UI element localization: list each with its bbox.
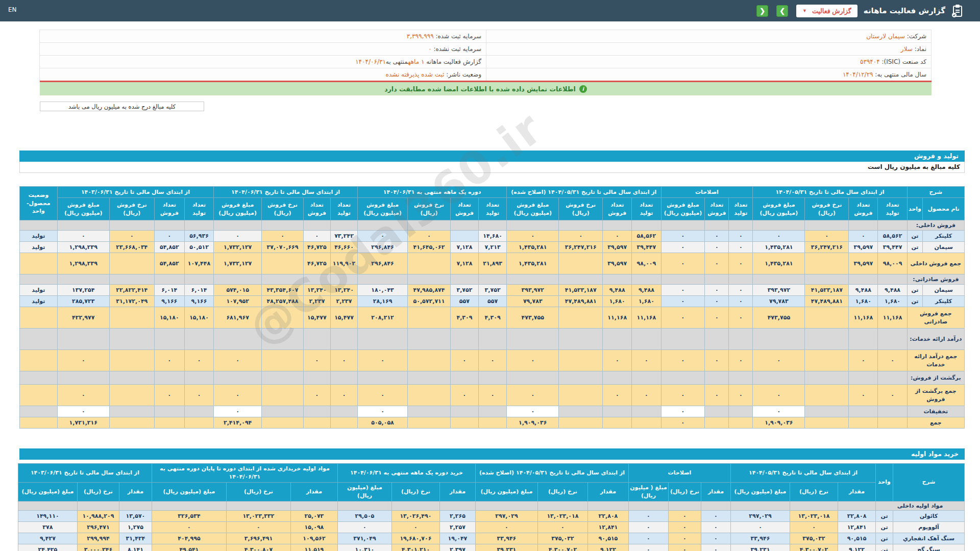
cell: ۳۷,۰۷۰,۶۶۹: [262, 242, 304, 253]
column-header: مبلغ فروش (میلیون ریال): [358, 198, 408, 220]
column-header: مبلغ (میلیون ریال): [337, 482, 391, 501]
cell: ۰: [753, 406, 805, 417]
cell: [20, 417, 58, 429]
cell: [184, 371, 213, 385]
total-label-cell: جمع: [907, 417, 964, 429]
cell: ۰: [661, 242, 705, 253]
language-switch-en[interactable]: EN: [8, 6, 17, 13]
previous-report-button[interactable]: ❮: [756, 5, 768, 17]
cell: ۲۱,۸۹۳: [479, 253, 507, 274]
cell: [57, 220, 109, 231]
info-cell-left: سرمایه ثبت نشده: ۰: [40, 43, 486, 56]
cell: ۰: [849, 385, 878, 406]
cell: [559, 385, 603, 406]
cell: ۱,۷۲۱,۲۱۶: [57, 417, 109, 429]
cell: ۹,۱۲۲: [838, 544, 876, 551]
cell: ۱,۴۳۵,۲۸۱: [507, 242, 559, 253]
cell: [262, 417, 304, 429]
cell: ۰: [753, 231, 805, 242]
table-row: کائولنتن۲۲,۸۰۸۱۳,۰۲۳,۰۱۸۲۹۷,۰۲۹۰۰۰۲۲,۸۰۸…: [18, 511, 964, 522]
cell: [559, 406, 603, 417]
cell: [262, 371, 304, 385]
cell: ۴۱,۵۲۳,۱۸۷: [559, 285, 603, 296]
cell: [408, 371, 451, 385]
info-label: سال مالی منتهی به:: [873, 71, 926, 78]
cell: ۴,۳۰۹: [479, 307, 507, 329]
cell: ۰: [154, 231, 184, 242]
cell: ۴۶,۷۲۵: [303, 242, 330, 253]
cell: ۱۳,۵۷۰: [119, 511, 152, 522]
cell: [20, 274, 58, 285]
info-cell-right: نماد: سلار: [486, 43, 932, 56]
cell: ۰: [214, 350, 262, 371]
cell: [479, 417, 507, 429]
column-header: نرخ (ریال): [391, 482, 439, 501]
cell: ۰: [628, 522, 668, 533]
clipboard-report-icon: [951, 4, 964, 18]
cell: ۰: [849, 350, 878, 371]
unit-cell: تن: [876, 533, 893, 544]
cell: ۷,۱۲۸: [450, 242, 478, 253]
cell: ۰: [303, 350, 330, 371]
cell: ۰: [729, 307, 753, 329]
cell: [408, 253, 451, 274]
status-cell: تولید: [20, 231, 58, 242]
report-type-dropdown[interactable]: گزارش فعالیت ▼: [796, 5, 857, 17]
cell: ۴,۳۰۱,۲۱۰: [391, 544, 439, 551]
cell: ۹۰,۵۱۵: [587, 533, 628, 544]
cell: ۰: [729, 231, 753, 242]
cell: [77, 501, 119, 510]
total-label-cell: جمع فروش صادراتی: [907, 307, 964, 329]
cell: ۴۲۲,۹۷۷: [57, 307, 109, 329]
cell: [878, 274, 907, 285]
cell: [408, 307, 451, 329]
unit-cell: تن: [907, 285, 923, 296]
cell: ۲۹۶,۴۷۱: [77, 522, 119, 533]
cell: ۴۳,۳۵۴,۶۰۷: [262, 285, 304, 296]
cell: ۱,۶۸۰: [849, 296, 878, 307]
cell: ۳۱,۴۲۴: [119, 533, 152, 544]
cell: [632, 274, 661, 285]
cell: ۰: [729, 350, 753, 371]
period-group-header: از ابتدای سال مالی تا تاریخ ۱۴۰۴/۰۶/۳۱: [214, 187, 358, 198]
info-row: سال مالی منتهی به: ۱۴۰۴/۱۲/۲۹وضعیت ناشر:…: [40, 68, 932, 81]
cell: [391, 501, 439, 510]
cell: [408, 417, 451, 429]
cell: [450, 220, 478, 231]
report-content: تولید و فروش کلیه مبالغ به میلیون ریال ا…: [19, 151, 965, 551]
cell: [838, 501, 876, 510]
cell: [479, 371, 507, 385]
cell: ۵۷۴,۰۱۵: [214, 285, 262, 296]
cell: [603, 417, 632, 429]
cell: [109, 307, 154, 329]
cell: ۱۵,۰۹۸: [290, 522, 337, 533]
cell: ۲,۳۹۷: [439, 544, 475, 551]
cell: ۰: [507, 406, 559, 417]
total-row: جمع فروش داخلی۹۸,۰۰۹۳۹,۵۹۷۱,۴۳۵,۲۸۱۰۰۰۹۸…: [20, 253, 965, 274]
column-header: مقدار: [587, 482, 628, 501]
cell: [878, 371, 907, 385]
column-header: تعداد فروش: [705, 198, 729, 220]
period-group-header: از ابتدای سال مالی تا تاریخ ۱۴۰۴/۰۵/۳۱ (…: [507, 187, 661, 198]
cell: ۳۹,۵۹۷: [849, 253, 878, 274]
cell: ۰: [303, 385, 330, 406]
cell: ۴۱,۵۲۳,۱۸۷: [805, 285, 849, 296]
cell: ۰: [878, 350, 907, 371]
cell: [450, 417, 478, 429]
cell: ۰: [330, 385, 357, 406]
cell: ۱۳,۲۴۰: [303, 285, 330, 296]
cell: [226, 501, 290, 510]
cell: ۰: [729, 253, 753, 274]
cell: [849, 274, 878, 285]
product-status-header: وضعیت محصول-واحد: [20, 187, 58, 220]
info-value: سیمان لارستان: [866, 33, 905, 40]
next-report-button[interactable]: ❯: [776, 5, 788, 17]
cell: ۴۱,۶۴۵,۰۶۲: [408, 242, 451, 253]
cell: [479, 406, 507, 417]
cell: ۰: [790, 522, 838, 533]
cell: [661, 220, 705, 231]
cell: ۰: [450, 385, 478, 406]
cell: ۶,۰۱۴: [154, 285, 184, 296]
cell: [262, 406, 304, 417]
column-header: تعداد تولید: [479, 198, 507, 220]
